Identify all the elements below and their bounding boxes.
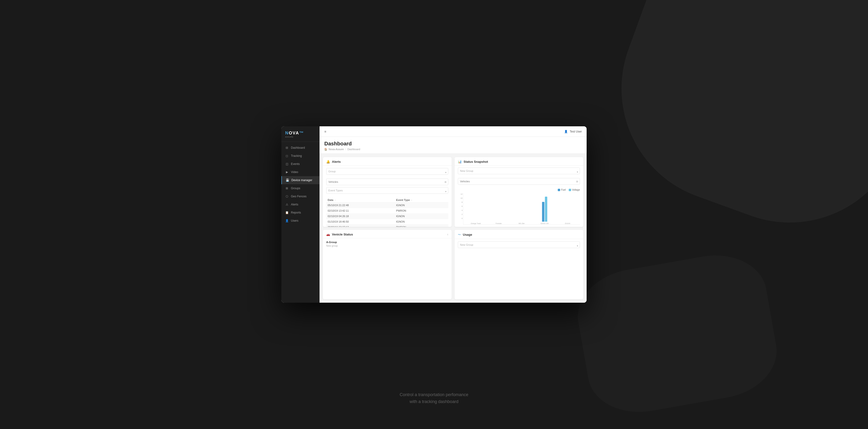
table-row: 02/10/19 04:26:18IGNON [326, 213, 448, 219]
bar-pair [473, 195, 478, 222]
y-label-10: 10 [458, 197, 463, 199]
col-event-type: Event Type ↑ [395, 198, 448, 203]
users-icon: 👤 [285, 219, 288, 222]
vs-new-group: New group [326, 244, 448, 247]
chart-legend: Fuel Voltage [458, 189, 580, 191]
status-group-select[interactable]: New Group [458, 168, 580, 174]
status-snapshot-title: Status Snapshot [464, 160, 488, 164]
fuel-dot [558, 189, 560, 191]
bar-label: ZULKA [565, 223, 570, 224]
cell-date: 02/10/19 13:42:11 [326, 208, 395, 213]
y-label-4: 4 [458, 209, 463, 211]
breadcrumb-home[interactable]: Nova-Assure [329, 148, 344, 151]
caption-line2: with a tracking dashboard [400, 398, 468, 405]
bar-pair [519, 195, 524, 222]
bar-chart-icon: 📊 [458, 160, 462, 164]
dashboard-grid: 🔔 Alerts Group ⊞ Event T [319, 154, 587, 303]
user-name: Test User [570, 130, 582, 133]
bar-group: MG Zter [510, 195, 533, 224]
logo-subtitle: ASSURE [285, 136, 316, 138]
table-row: 02/10/19 13:42:11PWRON [326, 208, 448, 213]
home-icon: 🏠 [324, 148, 327, 151]
events-icon: ◫ [285, 162, 288, 166]
alerts-icon: ⚠ [285, 203, 288, 206]
event-types-select[interactable]: Event Types [326, 187, 448, 194]
y-axis: 12 10 8 6 4 2 0 [458, 193, 463, 220]
dashboard-icon: ⊟ [285, 146, 288, 150]
sidebar-item-video[interactable]: ▶ Video [281, 168, 319, 176]
group-select[interactable]: Group [326, 168, 448, 175]
bar-label: MG Zter [519, 223, 525, 224]
usage-header: 〜 Usage [455, 230, 583, 239]
hamburger-icon[interactable]: ≡ [324, 130, 326, 133]
alerts-table: Data ↑ Event Type ↑ 05/10/19 21:22:48IGN… [326, 198, 448, 227]
vehicle-status-card: 🚗 Venicle Status ↕ A-Group New group [323, 230, 452, 300]
vehicle-status-header: 🚗 Venicle Status ↕ [323, 230, 452, 238]
sidebar-item-device-manager[interactable]: 💾 Device manager [281, 176, 319, 184]
sidebar: NOVA™ ASSURE ⊟ Dashboard ◻ Tracking ◫ Ev… [281, 126, 319, 303]
page-header: Dashboard 🏠 Nova-Assure / Dashboard [319, 137, 587, 154]
bar-voltage [545, 197, 547, 222]
table-row: 28/09/19 22:37:12PWRON [326, 225, 448, 227]
voltage-label: Voltage [572, 189, 580, 191]
sidebar-item-geo-fences[interactable]: ⬡ Geo Fences [281, 192, 319, 200]
sidebar-item-label: Reports [291, 211, 301, 214]
sidebar-nav: ⊟ Dashboard ◻ Tracking ◫ Events ▶ Video … [281, 142, 319, 303]
group-select-wrapper: Group [326, 168, 448, 176]
video-icon: ▶ [285, 170, 288, 174]
cell-event: IGNON [395, 203, 448, 208]
breadcrumb-current: Dashboard [347, 148, 360, 151]
vehicles-input[interactable] [326, 178, 448, 185]
y-label-2: 2 [458, 213, 463, 216]
sidebar-item-label: Groups [291, 187, 300, 190]
sidebar-item-label: Events [291, 162, 300, 166]
vs-group-a: A-Group [326, 241, 448, 243]
reports-icon: 📋 [285, 211, 288, 214]
car-icon: 🚗 [326, 233, 330, 236]
sidebar-item-dashboard[interactable]: ⊟ Dashboard [281, 144, 319, 152]
caption-line1: Control a transportation perfomance [400, 391, 468, 398]
breadcrumb: 🏠 Nova-Assure / Dashboard [324, 148, 582, 151]
topbar-right: 👤 Test User [564, 130, 582, 133]
col-data: Data ↑ [326, 198, 395, 203]
bar-pair [542, 195, 547, 222]
vehicle-status-title: Venicle Status [332, 233, 353, 236]
grid-icon: ⊞ [444, 180, 446, 183]
usage-body: New Group [455, 239, 583, 254]
cell-event: PWRON [395, 225, 448, 227]
sort-icon[interactable]: ↕ [447, 233, 448, 236]
cell-date: 05/10/19 21:22:48 [326, 203, 395, 208]
cell-date: 01/10/19 18:46:50 [326, 219, 395, 225]
logo-area: NOVA™ ASSURE [281, 126, 319, 142]
cell-event: IGNON [395, 219, 448, 225]
status-vehicles-input[interactable] [458, 178, 580, 185]
topbar: ≡ 👤 Test User [319, 126, 587, 137]
legend-voltage: Voltage [569, 189, 580, 191]
sidebar-item-alerts[interactable]: ⚠ Alerts [281, 200, 319, 208]
status-vehicles-row: ⊞ [458, 178, 580, 185]
sidebar-item-reports[interactable]: 📋 Reports [281, 208, 319, 217]
chart-area: Fuel Voltage 12 10 8 6 4 [455, 187, 583, 227]
bar-group: ZULKA [556, 195, 579, 224]
geo-fences-icon: ⬡ [285, 195, 288, 198]
bar-group: Orange Track [464, 195, 487, 224]
sidebar-item-tracking[interactable]: ◻ Tracking [281, 152, 319, 160]
logo: NOVA™ [285, 131, 316, 136]
bar-label: Orange Track [471, 223, 481, 224]
sidebar-item-groups[interactable]: ⊞ Groups [281, 184, 319, 192]
groups-icon: ⊞ [285, 187, 288, 190]
usage-icon: 〜 [458, 233, 461, 237]
usage-group-select[interactable]: New Group [458, 241, 580, 248]
y-label-12: 12 [458, 193, 463, 195]
sidebar-item-users[interactable]: 👤 Users [281, 217, 319, 225]
usage-group-select-wrapper: New Group [458, 241, 580, 250]
status-group-select-wrapper: New Group [458, 168, 580, 176]
app-window: NOVA™ ASSURE ⊟ Dashboard ◻ Tracking ◫ Ev… [281, 126, 587, 303]
breadcrumb-separator: / [345, 148, 346, 151]
alerts-card-body: Group ⊞ Event Types [323, 166, 452, 227]
table-row: 01/10/19 18:46:50IGNON [326, 219, 448, 225]
sidebar-item-label: Video [291, 170, 298, 174]
status-grid-icon: ⊞ [576, 180, 578, 183]
status-snapshot-header: 📊 Status Snapshot [455, 157, 583, 166]
sidebar-item-events[interactable]: ◫ Events [281, 160, 319, 168]
